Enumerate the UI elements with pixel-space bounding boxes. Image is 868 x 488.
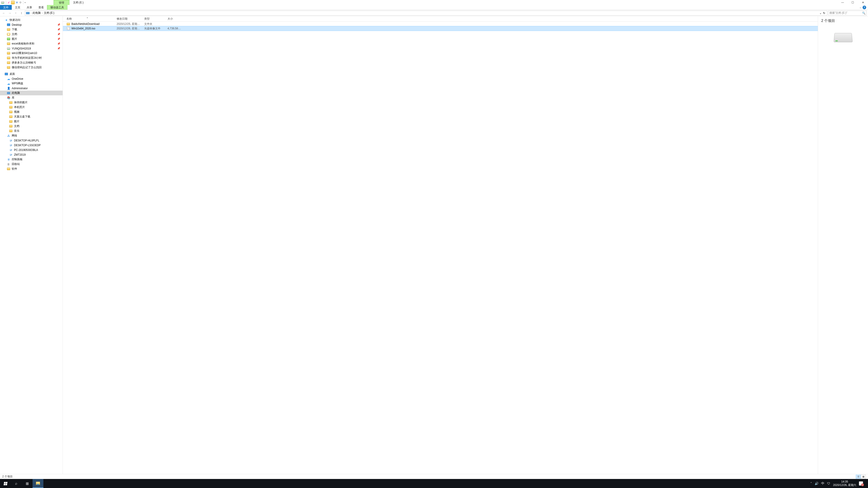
- nav-item[interactable]: ☁ WPS网盘: [0, 81, 63, 86]
- nav-item[interactable]: 文档 📌: [0, 32, 63, 37]
- nav-item[interactable]: 👤 Administrator: [0, 86, 63, 91]
- customize-icon[interactable]: ⚙: [19, 1, 22, 4]
- nav-desktop[interactable]: 桌面: [0, 72, 63, 76]
- file-row[interactable]: BaiduNetdiskDownload 2020/12/25, 星期五 1..…: [63, 22, 818, 26]
- minimize-button[interactable]: —: [837, 0, 848, 5]
- search-icon[interactable]: 🔍: [862, 11, 866, 15]
- refresh-icon[interactable]: ↻: [823, 11, 825, 15]
- file-rows[interactable]: BaiduNetdiskDownload 2020/12/25, 星期五 1..…: [63, 22, 818, 474]
- pin-icon: 📌: [57, 42, 60, 45]
- thumbnails-view-button[interactable]: ▦: [861, 475, 866, 479]
- nav-item[interactable]: 🖳 PC-20190530OBLA: [0, 148, 63, 152]
- nav-recycle-bin[interactable]: 🗑 回收站: [0, 162, 63, 166]
- maximize-button[interactable]: ☐: [848, 0, 858, 5]
- nav-item[interactable]: 拼多多怎么注销账号: [0, 60, 63, 65]
- tab-view[interactable]: 查看: [35, 5, 47, 10]
- nav-item[interactable]: 🖳 ZMT2019: [0, 152, 63, 157]
- nav-item[interactable]: 视频: [0, 109, 63, 114]
- col-date[interactable]: 修改日期: [113, 17, 141, 21]
- nav-item[interactable]: 下载 📌: [0, 27, 63, 32]
- nav-item[interactable]: 🖳 DESKTOP-LSSOEDP: [0, 143, 63, 148]
- tab-share[interactable]: 共享: [24, 5, 35, 10]
- tab-drive-tools[interactable]: 驱动器工具: [47, 5, 67, 10]
- nav-item[interactable]: 本机照片: [0, 105, 63, 109]
- nav-software[interactable]: 软件: [0, 166, 63, 171]
- volume-icon[interactable]: 🔊: [815, 482, 818, 485]
- nav-item[interactable]: 保存的图片: [0, 100, 63, 105]
- expand-ribbon-icon[interactable]: ⌄: [860, 6, 861, 8]
- navigation-pane[interactable]: ★ 快速访问 Desktop 📌 下载 📌 文档 📌 图片 📌 excel表格制…: [0, 16, 63, 474]
- nav-label: 华为手机时间设置24小时: [12, 56, 42, 60]
- new-folder-icon[interactable]: [11, 1, 15, 4]
- help-icon[interactable]: ?: [863, 6, 866, 9]
- nav-item[interactable]: 天翼云盘下载: [0, 114, 63, 119]
- network-icon: 🖧: [7, 134, 10, 138]
- nav-item[interactable]: 图片 📌: [0, 37, 63, 41]
- details-view-button[interactable]: ☰: [856, 475, 861, 479]
- properties-icon[interactable]: ✓: [7, 1, 10, 4]
- nav-control-panel[interactable]: 🖥 控制面板: [0, 157, 63, 162]
- qat-dropdown-icon[interactable]: ▾: [25, 2, 26, 4]
- nav-label: 保存的图片: [14, 101, 28, 104]
- tray-overflow-icon[interactable]: ˄: [810, 482, 812, 485]
- nav-item[interactable]: YUNQISHI2019 📌: [0, 46, 63, 51]
- pin-icon: 📌: [57, 37, 60, 40]
- ime-indicator[interactable]: 中: [821, 482, 825, 486]
- close-button[interactable]: ✕: [858, 0, 868, 5]
- item-icon: [7, 37, 10, 41]
- nav-label: 音乐: [14, 129, 20, 133]
- nav-item[interactable]: Desktop 📌: [0, 22, 63, 27]
- control-panel-icon: 🖥: [7, 158, 10, 161]
- nav-quick-access[interactable]: ★ 快速访问: [0, 18, 63, 22]
- nav-item[interactable]: 🖳 DESKTOP-HL0PLFL: [0, 138, 63, 143]
- nav-network[interactable]: 🖧 网络: [0, 133, 63, 138]
- chevron-right-icon[interactable]: ›: [30, 12, 32, 14]
- file-type: 光盘映像文件: [141, 27, 164, 31]
- nav-item[interactable]: 微信密码忘记了怎么找回: [0, 65, 63, 70]
- back-button[interactable]: ←: [1, 11, 6, 15]
- breadcrumb[interactable]: › 此电脑 › 文档 (E:) ⌄ ↻: [25, 11, 827, 15]
- folder-icon: [7, 167, 10, 171]
- clock[interactable]: 14:35 2020/12/26, 星期六: [833, 480, 856, 487]
- start-button[interactable]: [0, 479, 11, 488]
- nav-item[interactable]: ☁ OneDrive: [0, 76, 63, 81]
- nav-item[interactable]: win10重装64位win10: [0, 51, 63, 56]
- undo-icon[interactable]: ✕: [16, 1, 18, 4]
- nav-item[interactable]: 文档: [0, 124, 63, 129]
- security-icon[interactable]: 🛡: [827, 482, 830, 485]
- crumb-this-pc[interactable]: 此电脑: [33, 11, 41, 15]
- item-icon: [9, 101, 13, 104]
- file-explorer-icon: [36, 482, 40, 485]
- preview-summary: 2 个项目: [821, 19, 865, 23]
- context-tab-manage[interactable]: 管理: [54, 0, 69, 5]
- nav-item[interactable]: 此电脑: [0, 91, 63, 95]
- computer-icon: 🖳: [9, 139, 13, 142]
- chevron-right-icon[interactable]: ›: [41, 12, 43, 14]
- ribbon-tabs: 文件 主页 共享 查看 驱动器工具 ⌄ ?: [0, 5, 868, 10]
- tab-file[interactable]: 文件: [0, 5, 12, 10]
- col-name[interactable]: 名称▴: [63, 17, 113, 21]
- pin-icon: 📌: [57, 23, 60, 26]
- nav-label: WPS网盘: [12, 82, 23, 86]
- col-type[interactable]: 类型: [141, 17, 164, 21]
- nav-item[interactable]: 音乐: [0, 129, 63, 133]
- task-view-button[interactable]: ⊞: [22, 479, 33, 488]
- action-center-icon[interactable]: [859, 482, 863, 486]
- nav-item[interactable]: excel表格制作求和 📌: [0, 41, 63, 46]
- tab-home[interactable]: 主页: [12, 5, 24, 10]
- file-row[interactable]: Win10x64_2020.iso 2020/12/26, 星期六 1... 光…: [63, 26, 818, 31]
- separator: [6, 1, 6, 4]
- nav-item[interactable]: 📚 库: [0, 95, 63, 100]
- file-explorer-taskbar[interactable]: [33, 479, 43, 488]
- search-input[interactable]: 搜索"文档 (E:)" 🔍: [828, 11, 867, 15]
- up-button[interactable]: ↑: [19, 11, 24, 15]
- search-button[interactable]: ⌕: [11, 479, 22, 488]
- nav-item[interactable]: 图片: [0, 119, 63, 124]
- crumb-current[interactable]: 文档 (E:): [44, 11, 55, 15]
- nav-item[interactable]: 华为手机时间设置24小时: [0, 56, 63, 60]
- forward-button[interactable]: →: [7, 11, 12, 15]
- history-dropdown-icon[interactable]: ⌄: [819, 11, 822, 15]
- main-area: ★ 快速访问 Desktop 📌 下载 📌 文档 📌 图片 📌 excel表格制…: [0, 16, 868, 474]
- recent-locations-button[interactable]: ▾: [13, 11, 18, 15]
- col-size[interactable]: 大小: [164, 17, 182, 21]
